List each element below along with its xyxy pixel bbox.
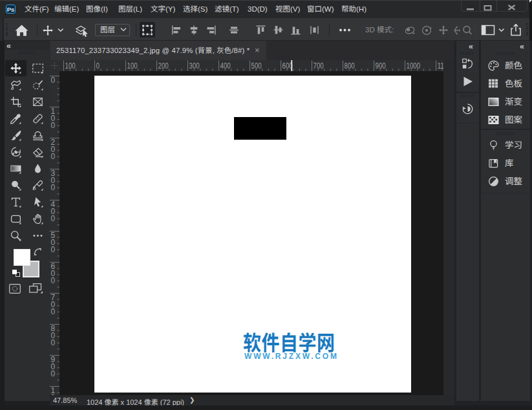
svg-text:0: 0 [96,61,100,70]
svg-text:0: 0 [51,245,56,254]
svg-text:0: 0 [51,214,56,223]
svg-text:0: 0 [51,369,56,378]
svg-text:900: 900 [376,61,386,70]
svg-text:0: 0 [51,338,56,347]
svg-text:0: 0 [51,307,56,316]
svg-text:100: 100 [127,61,138,70]
svg-text:0: 0 [51,183,56,192]
svg-text:200: 200 [158,61,169,70]
svg-text:0: 0 [51,276,56,285]
svg-text:700: 700 [314,61,324,70]
svg-text:600: 600 [282,61,293,70]
svg-text:800: 800 [345,61,355,70]
svg-text:100: 100 [65,61,76,70]
svg-text:1000: 1000 [407,61,421,70]
svg-text:0: 0 [51,121,56,130]
svg-text:0: 0 [51,76,56,85]
svg-text:300: 300 [189,61,200,70]
svg-text:500: 500 [251,61,262,70]
svg-text:400: 400 [220,61,231,70]
svg-text:0: 0 [51,152,56,161]
